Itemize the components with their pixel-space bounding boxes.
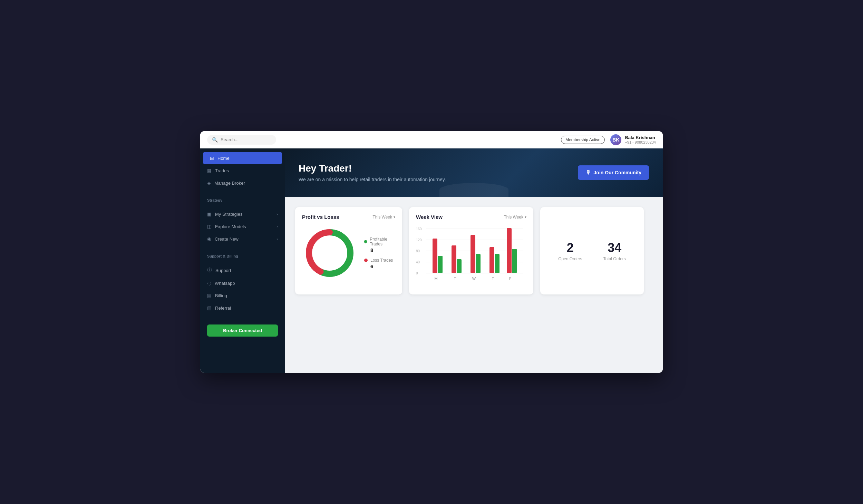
nav-main: ⊞ Home ▦ Trades ◈ Manage Broker <box>200 148 285 193</box>
sidebar-item-home-label: Home <box>217 156 230 161</box>
support-section-label: Support & Billing <box>200 249 285 260</box>
sidebar-item-create-new[interactable]: ◉ Create New › <box>200 233 285 245</box>
sidebar: ⊞ Home ▦ Trades ◈ Manage Broker Strategy… <box>200 148 285 373</box>
billing-icon: ▤ <box>207 293 212 298</box>
loss-value: 6 <box>370 263 395 269</box>
day-label-t2: T <box>492 277 494 281</box>
top-bar: 🔍 Membership Active BK Bala Krishnan +91… <box>200 131 663 148</box>
open-orders-stat: 2 Open Orders <box>548 237 592 265</box>
my-strategies-icon: ▣ <box>207 211 212 217</box>
total-orders-value: 34 <box>608 241 621 255</box>
period-selector-profit[interactable]: This Week ▾ <box>373 215 395 220</box>
sidebar-item-trades[interactable]: ▦ Trades <box>200 164 285 177</box>
search-box[interactable]: 🔍 <box>207 135 276 145</box>
broker-connected-button[interactable]: Broker Connected <box>207 324 278 337</box>
orders-card: 2 Open Orders 34 Total Orders <box>540 207 644 294</box>
hero-subtitle: We are on a mission to help retail trade… <box>299 177 446 182</box>
sidebar-item-whatsapp-label: Whatsapp <box>215 281 235 286</box>
chevron-down-icon-2: ▾ <box>525 215 526 219</box>
bar-m-green <box>438 256 443 273</box>
join-community-label: Join Our Community <box>594 170 641 175</box>
y-label-120: 120 <box>416 238 422 242</box>
open-orders-value: 2 <box>567 241 574 255</box>
content-area: Hey Trader! We are on a mission to help … <box>285 148 663 373</box>
profit-loss-card: Profit vs Losss This Week ▾ <box>295 207 402 294</box>
search-icon: 🔍 <box>212 137 218 143</box>
day-label-f: F <box>509 277 512 281</box>
legend-loss: Loss Trades 6 <box>364 258 395 269</box>
profit-loss-card-title: Profit vs Losss <box>302 214 339 220</box>
bar-m-red <box>433 239 437 273</box>
sidebar-item-billing-label: Billing <box>215 293 227 298</box>
nav-support: ⓘ Support ◌ Whatsapp ▤ Billing ▧ Referra… <box>200 260 285 318</box>
total-orders-stat: 34 Total Orders <box>593 237 636 265</box>
week-view-card: Week View This Week ▾ <box>409 207 533 294</box>
user-phone: +91 - 9080230234 <box>625 140 656 144</box>
chevron-down-icon: ▾ <box>394 215 395 219</box>
sidebar-item-manage-broker[interactable]: ◈ Manage Broker <box>200 177 285 189</box>
profitable-value: 8 <box>370 247 395 253</box>
nav-strategy: ▣ My Strategies › ◫ Explore Models › ◉ C… <box>200 204 285 249</box>
sidebar-item-manage-broker-label: Manage Broker <box>214 181 245 186</box>
user-details: Bala Krishnan +91 - 9080230234 <box>625 135 656 144</box>
sidebar-item-support[interactable]: ⓘ Support <box>200 264 285 277</box>
bar-f-red <box>507 228 512 273</box>
sidebar-item-explore-models-label: Explore Models <box>215 224 246 229</box>
sidebar-item-support-label: Support <box>215 268 231 273</box>
chevron-right-icon-2: › <box>277 224 278 229</box>
bar-t1-red <box>452 245 456 273</box>
hero-text: Hey Trader! We are on a mission to help … <box>299 163 446 182</box>
sidebar-item-my-strategies-label: My Strategies <box>215 212 242 217</box>
sidebar-item-referral-label: Referral <box>215 306 231 311</box>
y-label-0: 0 <box>416 271 418 275</box>
day-label-w: W <box>472 277 476 281</box>
user-info: BK Bala Krishnan +91 - 9080230234 <box>610 134 656 145</box>
explore-models-icon: ◫ <box>207 224 212 229</box>
join-community-button[interactable]: 🎙 Join Our Community <box>578 165 649 180</box>
sidebar-item-explore-models[interactable]: ◫ Explore Models › <box>200 220 285 233</box>
main-layout: ⊞ Home ▦ Trades ◈ Manage Broker Strategy… <box>200 148 663 373</box>
manage-broker-icon: ◈ <box>207 180 211 186</box>
bar-w-red <box>471 235 475 273</box>
sidebar-item-referral[interactable]: ▧ Referral <box>200 302 285 314</box>
sidebar-item-my-strategies[interactable]: ▣ My Strategies › <box>200 208 285 220</box>
sidebar-item-billing[interactable]: ▤ Billing <box>200 289 285 302</box>
sidebar-item-trades-label: Trades <box>215 168 229 173</box>
week-view-card-header: Week View This Week ▾ <box>416 214 526 220</box>
loss-label: Loss Trades <box>370 258 393 263</box>
dashboard-content: Profit vs Losss This Week ▾ <box>285 197 663 305</box>
profit-loss-card-header: Profit vs Losss This Week ▾ <box>302 214 395 220</box>
search-input[interactable] <box>221 137 269 142</box>
support-icon: ⓘ <box>207 267 212 273</box>
period-label-profit: This Week <box>373 215 392 220</box>
top-bar-right: Membership Active BK Bala Krishnan +91 -… <box>561 134 656 145</box>
chevron-right-icon-3: › <box>277 237 278 241</box>
create-new-icon: ◉ <box>207 236 211 242</box>
chevron-right-icon: › <box>277 212 278 216</box>
red-dot <box>364 259 368 262</box>
bar-t2-red <box>489 247 494 273</box>
profitable-label: Profitable Trades <box>370 237 395 246</box>
y-label-40: 40 <box>416 260 420 264</box>
sidebar-item-create-new-label: Create New <box>215 236 239 242</box>
orders-content: 2 Open Orders 34 Total Orders <box>547 237 637 265</box>
green-dot <box>364 240 367 243</box>
donut-chart <box>302 225 357 281</box>
day-label-m: M <box>434 277 437 281</box>
avatar: BK <box>610 134 621 145</box>
legend: Profitable Trades 8 Loss Trades 6 <box>364 237 395 269</box>
week-view-card-title: Week View <box>416 214 443 220</box>
bar-chart: 160 120 80 40 0 M T <box>416 225 526 288</box>
sidebar-item-whatsapp[interactable]: ◌ Whatsapp <box>200 277 285 289</box>
donut-svg <box>302 225 357 281</box>
legend-profitable: Profitable Trades 8 <box>364 237 395 253</box>
bar-w-green <box>476 254 481 273</box>
bar-t1-green <box>457 259 462 273</box>
bar-chart-svg: 160 120 80 40 0 M T <box>416 225 526 288</box>
period-selector-week[interactable]: This Week ▾ <box>504 215 526 220</box>
donut-container: Profitable Trades 8 Loss Trades 6 <box>302 225 395 281</box>
day-label-t1: T <box>454 277 456 281</box>
strategy-section-label: Strategy <box>200 193 285 204</box>
sidebar-item-home[interactable]: ⊞ Home <box>203 152 282 164</box>
membership-badge: Membership Active <box>561 136 605 144</box>
